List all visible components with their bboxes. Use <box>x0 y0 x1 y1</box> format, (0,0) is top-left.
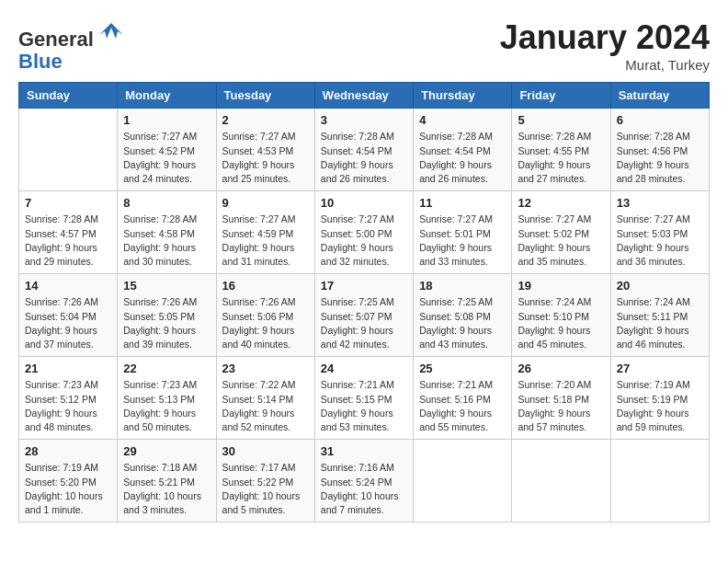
title-block: January 2024 Murat, Turkey <box>500 18 710 73</box>
day-cell: 21Sunrise: 7:23 AMSunset: 5:12 PMDayligh… <box>19 357 118 440</box>
day-cell: 24Sunrise: 7:21 AMSunset: 5:15 PMDayligh… <box>314 357 413 440</box>
day-number: 21 <box>25 362 111 375</box>
day-info: Sunrise: 7:24 AMSunset: 5:11 PMDaylight:… <box>617 295 703 351</box>
day-cell: 1Sunrise: 7:27 AMSunset: 4:52 PMDaylight… <box>118 109 216 191</box>
day-number: 13 <box>617 196 703 210</box>
week-row-0: 1Sunrise: 7:27 AMSunset: 4:52 PMDaylight… <box>19 109 710 191</box>
day-info: Sunrise: 7:28 AMSunset: 4:58 PMDaylight:… <box>123 213 210 269</box>
weekday-header-monday: Monday <box>118 83 216 109</box>
day-info: Sunrise: 7:27 AMSunset: 5:00 PMDaylight:… <box>321 213 407 269</box>
day-info: Sunrise: 7:21 AMSunset: 5:15 PMDaylight:… <box>321 378 407 434</box>
weekday-header-tuesday: Tuesday <box>216 83 314 109</box>
day-info: Sunrise: 7:27 AMSunset: 4:53 PMDaylight:… <box>222 130 309 186</box>
day-cell: 14Sunrise: 7:26 AMSunset: 5:04 PMDayligh… <box>19 274 118 357</box>
day-info: Sunrise: 7:19 AMSunset: 5:20 PMDaylight:… <box>25 461 111 517</box>
day-cell: 22Sunrise: 7:23 AMSunset: 5:13 PMDayligh… <box>118 357 216 440</box>
day-cell: 18Sunrise: 7:25 AMSunset: 5:08 PMDayligh… <box>414 274 512 357</box>
day-info: Sunrise: 7:25 AMSunset: 5:08 PMDaylight:… <box>419 295 506 351</box>
week-row-4: 28Sunrise: 7:19 AMSunset: 5:20 PMDayligh… <box>19 440 710 523</box>
day-number: 15 <box>123 279 210 293</box>
month-title: January 2024 <box>500 18 710 57</box>
weekday-header-friday: Friday <box>512 83 610 109</box>
calendar-header: SundayMondayTuesdayWednesdayThursdayFrid… <box>19 83 710 109</box>
day-cell: 2Sunrise: 7:27 AMSunset: 4:53 PMDaylight… <box>216 109 314 191</box>
logo-blue: Blue <box>18 50 63 73</box>
calendar-body: 1Sunrise: 7:27 AMSunset: 4:52 PMDaylight… <box>19 109 710 523</box>
location: Murat, Turkey <box>500 57 710 73</box>
day-number: 22 <box>123 362 210 375</box>
day-number: 5 <box>518 113 604 127</box>
day-cell: 6Sunrise: 7:28 AMSunset: 4:56 PMDaylight… <box>610 109 709 191</box>
day-info: Sunrise: 7:27 AMSunset: 5:03 PMDaylight:… <box>617 213 703 269</box>
day-cell: 26Sunrise: 7:20 AMSunset: 5:18 PMDayligh… <box>512 357 610 440</box>
day-number: 28 <box>25 444 111 458</box>
day-number: 17 <box>321 279 407 293</box>
day-number: 20 <box>617 279 703 293</box>
day-cell: 5Sunrise: 7:28 AMSunset: 4:55 PMDaylight… <box>512 109 610 191</box>
day-info: Sunrise: 7:19 AMSunset: 5:19 PMDaylight:… <box>617 378 703 434</box>
day-cell: 29Sunrise: 7:18 AMSunset: 5:21 PMDayligh… <box>118 440 216 523</box>
day-number: 25 <box>419 362 506 375</box>
day-cell <box>414 440 512 523</box>
day-number: 19 <box>518 279 604 293</box>
day-cell <box>610 440 709 523</box>
day-cell: 7Sunrise: 7:28 AMSunset: 4:57 PMDaylight… <box>19 191 118 274</box>
day-cell <box>512 440 610 523</box>
day-cell: 20Sunrise: 7:24 AMSunset: 5:11 PMDayligh… <box>610 274 709 357</box>
logo: General Blue <box>18 18 125 73</box>
page-header: General Blue January 2024 Murat, Turkey <box>18 18 710 73</box>
day-info: Sunrise: 7:27 AMSunset: 5:02 PMDaylight:… <box>518 213 604 269</box>
day-cell: 13Sunrise: 7:27 AMSunset: 5:03 PMDayligh… <box>610 191 709 274</box>
day-cell <box>19 109 118 191</box>
day-number: 12 <box>518 196 604 210</box>
day-number: 30 <box>222 444 309 458</box>
day-cell: 8Sunrise: 7:28 AMSunset: 4:58 PMDaylight… <box>118 191 216 274</box>
day-info: Sunrise: 7:28 AMSunset: 4:57 PMDaylight:… <box>25 213 111 269</box>
day-cell: 31Sunrise: 7:16 AMSunset: 5:24 PMDayligh… <box>314 440 413 523</box>
day-cell: 12Sunrise: 7:27 AMSunset: 5:02 PMDayligh… <box>512 191 610 274</box>
day-info: Sunrise: 7:27 AMSunset: 4:52 PMDaylight:… <box>123 130 210 186</box>
weekday-header-wednesday: Wednesday <box>314 83 413 109</box>
day-number: 23 <box>222 362 309 375</box>
day-cell: 3Sunrise: 7:28 AMSunset: 4:54 PMDaylight… <box>314 109 413 191</box>
day-info: Sunrise: 7:17 AMSunset: 5:22 PMDaylight:… <box>222 461 309 517</box>
day-number: 8 <box>123 196 210 210</box>
day-number: 10 <box>321 196 407 210</box>
day-number: 16 <box>222 279 309 293</box>
day-number: 11 <box>419 196 506 210</box>
day-number: 31 <box>321 444 407 458</box>
day-number: 1 <box>123 113 210 127</box>
weekday-header-thursday: Thursday <box>414 83 512 109</box>
day-info: Sunrise: 7:23 AMSunset: 5:13 PMDaylight:… <box>123 378 210 434</box>
day-number: 6 <box>617 113 703 127</box>
day-number: 18 <box>419 279 506 293</box>
week-row-2: 14Sunrise: 7:26 AMSunset: 5:04 PMDayligh… <box>19 274 710 357</box>
day-number: 29 <box>123 444 210 458</box>
day-cell: 16Sunrise: 7:26 AMSunset: 5:06 PMDayligh… <box>216 274 314 357</box>
day-info: Sunrise: 7:28 AMSunset: 4:54 PMDaylight:… <box>321 130 407 186</box>
day-cell: 27Sunrise: 7:19 AMSunset: 5:19 PMDayligh… <box>610 357 709 440</box>
day-number: 4 <box>419 113 506 127</box>
day-cell: 23Sunrise: 7:22 AMSunset: 5:14 PMDayligh… <box>216 357 314 440</box>
day-number: 7 <box>25 196 111 210</box>
day-info: Sunrise: 7:26 AMSunset: 5:04 PMDaylight:… <box>25 295 111 351</box>
day-cell: 25Sunrise: 7:21 AMSunset: 5:16 PMDayligh… <box>414 357 512 440</box>
weekday-header-sunday: Sunday <box>19 83 118 109</box>
day-info: Sunrise: 7:26 AMSunset: 5:05 PMDaylight:… <box>123 295 210 351</box>
day-number: 27 <box>617 362 703 375</box>
svg-marker-0 <box>99 23 123 39</box>
day-info: Sunrise: 7:22 AMSunset: 5:14 PMDaylight:… <box>222 378 309 434</box>
day-info: Sunrise: 7:28 AMSunset: 4:55 PMDaylight:… <box>518 130 604 186</box>
day-number: 14 <box>25 279 111 293</box>
day-number: 26 <box>518 362 604 375</box>
week-row-1: 7Sunrise: 7:28 AMSunset: 4:57 PMDaylight… <box>19 191 710 274</box>
logo-bird-icon <box>97 18 125 46</box>
day-number: 24 <box>321 362 407 375</box>
day-info: Sunrise: 7:21 AMSunset: 5:16 PMDaylight:… <box>419 378 506 434</box>
day-info: Sunrise: 7:18 AMSunset: 5:21 PMDaylight:… <box>123 461 210 517</box>
day-info: Sunrise: 7:23 AMSunset: 5:12 PMDaylight:… <box>25 378 111 434</box>
day-info: Sunrise: 7:24 AMSunset: 5:10 PMDaylight:… <box>518 295 604 351</box>
day-cell: 9Sunrise: 7:27 AMSunset: 4:59 PMDaylight… <box>216 191 314 274</box>
day-number: 3 <box>321 113 407 127</box>
day-info: Sunrise: 7:28 AMSunset: 4:54 PMDaylight:… <box>419 130 506 186</box>
